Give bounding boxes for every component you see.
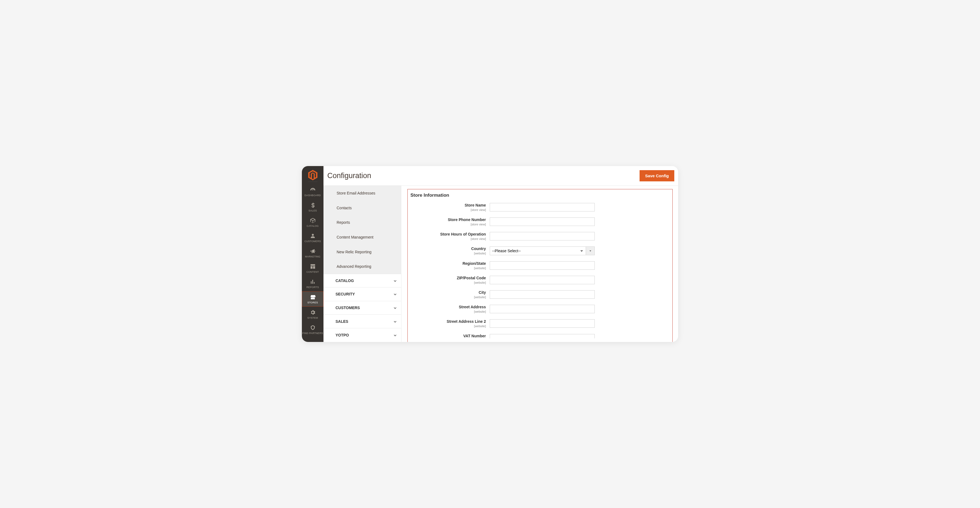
- scope-label: [website]: [474, 295, 486, 299]
- sidebar-section-sales[interactable]: SALES: [323, 315, 401, 328]
- row-street1: Street Address [website]: [408, 305, 672, 313]
- input-store-phone[interactable]: [490, 218, 595, 226]
- section-label: CUSTOMERS: [336, 306, 360, 310]
- input-store-name[interactable]: [490, 203, 595, 212]
- scope-label: [website]: [474, 252, 486, 255]
- label-store-hours: Store Hours of Operation: [440, 232, 486, 237]
- nav-label: DASHBOARD: [305, 194, 321, 197]
- row-store-phone: Store Phone Number [store view]: [408, 218, 672, 226]
- input-region-state[interactable]: [490, 261, 595, 270]
- chevron-down-icon: [393, 306, 397, 309]
- input-zip[interactable]: [490, 276, 595, 284]
- input-city[interactable]: [490, 290, 595, 299]
- nav-label: CONTENT: [307, 271, 319, 273]
- config-sidebar: Store Email Addresses Contacts Reports C…: [323, 186, 401, 342]
- sidebar-item-new-relic-reporting[interactable]: New Relic Reporting: [332, 245, 401, 260]
- scope-label: [store view]: [471, 208, 486, 212]
- sidebar-section-customers[interactable]: CUSTOMERS: [323, 301, 401, 315]
- partners-icon: [310, 325, 316, 331]
- input-vat[interactable]: [490, 334, 595, 338]
- scope-label: [website]: [474, 310, 486, 313]
- sidebar-section-security[interactable]: SECURITY: [323, 288, 401, 301]
- app-frame: DASHBOARD SALES CATALOG CUSTOMERS MARKET…: [302, 166, 678, 342]
- label-street1: Street Address: [459, 305, 486, 309]
- label-city: City: [479, 290, 486, 295]
- input-store-hours[interactable]: [490, 232, 595, 240]
- scope-label: [website]: [474, 325, 486, 328]
- svg-marker-0: [589, 250, 591, 252]
- admin-nav: DASHBOARD SALES CATALOG CUSTOMERS MARKET…: [302, 166, 323, 342]
- nav-content[interactable]: CONTENT: [302, 261, 323, 276]
- label-zip: ZIP/Postal Code: [457, 276, 486, 280]
- store-information-fieldset: Store Information Store Name [store view…: [407, 189, 673, 342]
- sidebar-item-store-email-addresses[interactable]: Store Email Addresses: [332, 186, 401, 201]
- row-store-name: Store Name [store view]: [408, 203, 672, 212]
- nav-divider: [308, 182, 317, 182]
- page-title: Configuration: [327, 172, 371, 180]
- section-label: YOTPO: [336, 333, 349, 337]
- sidebar-section-catalog[interactable]: CATALOG: [323, 274, 401, 288]
- layout-icon: [310, 263, 316, 269]
- bar-chart-icon: [310, 279, 316, 285]
- nav-dashboard[interactable]: DASHBOARD: [302, 184, 323, 199]
- row-country: Country [website] --Please Select--: [408, 247, 672, 255]
- nav-catalog[interactable]: CATALOG: [302, 215, 323, 230]
- nav-label: MARKETING: [305, 255, 320, 258]
- nav-system[interactable]: SYSTEM: [302, 307, 323, 322]
- label-region-state: Region/State: [462, 261, 486, 266]
- page-body: Store Email Addresses Contacts Reports C…: [323, 186, 678, 342]
- nav-reports[interactable]: REPORTS: [302, 276, 323, 291]
- scope-label: [website]: [474, 281, 486, 284]
- row-store-hours: Store Hours of Operation [store view]: [408, 232, 672, 240]
- sidebar-item-content-management[interactable]: Content Management: [332, 230, 401, 245]
- select-country[interactable]: --Please Select--: [490, 247, 586, 255]
- row-zip: ZIP/Postal Code [website]: [408, 276, 672, 284]
- row-city: City [website]: [408, 290, 672, 299]
- country-side-button[interactable]: [586, 247, 595, 255]
- storefront-icon: [310, 294, 316, 300]
- nav-label: SYSTEM: [307, 317, 318, 319]
- box-icon: [310, 218, 316, 223]
- scope-label: [website]: [474, 266, 486, 270]
- section-label: SECURITY: [336, 292, 355, 296]
- label-store-name: Store Name: [465, 203, 486, 208]
- nav-marketing[interactable]: MARKETING: [302, 245, 323, 261]
- nav-sales[interactable]: SALES: [302, 199, 323, 215]
- label-vat: VAT Number: [463, 334, 486, 338]
- row-street2: Street Address Line 2 [website]: [408, 319, 672, 328]
- nav-label: STORES: [307, 301, 318, 304]
- save-config-button[interactable]: Save Config: [640, 170, 674, 182]
- chevron-down-icon: [393, 333, 397, 337]
- sidebar-item-reports[interactable]: Reports: [332, 215, 401, 230]
- row-vat: VAT Number: [408, 334, 672, 339]
- dollar-icon: [310, 202, 316, 208]
- nav-label: CATALOG: [307, 225, 319, 227]
- nav-label: REPORTS: [307, 286, 319, 288]
- nav-find-partners[interactable]: FIND PARTNERS: [302, 322, 323, 334]
- nav-label: FIND PARTNERS: [302, 332, 323, 334]
- sidebar-item-contacts[interactable]: Contacts: [332, 201, 401, 215]
- person-icon: [310, 233, 316, 239]
- nav-label: CUSTOMERS: [304, 240, 321, 243]
- label-country: Country: [471, 247, 486, 251]
- gauge-icon: [310, 187, 316, 193]
- scope-label: [store view]: [471, 223, 486, 226]
- nav-stores[interactable]: STORES: [302, 291, 323, 307]
- nav-customers[interactable]: CUSTOMERS: [302, 230, 323, 245]
- chevron-down-icon: [393, 279, 397, 282]
- chevron-down-icon: [393, 293, 397, 296]
- main-panel: Store Information Store Name [store view…: [401, 186, 678, 342]
- input-street2[interactable]: [490, 319, 595, 328]
- fieldset-title: Store Information: [408, 191, 672, 203]
- input-street1[interactable]: [490, 305, 595, 313]
- section-label: CATALOG: [336, 279, 354, 283]
- sidebar-section-yotpo[interactable]: YOTPO: [323, 328, 401, 342]
- nav-label: SALES: [309, 209, 317, 212]
- page-right-column: Configuration Save Config Store Email Ad…: [323, 166, 678, 342]
- row-region-state: Region/State [website]: [408, 261, 672, 270]
- label-street2: Street Address Line 2: [447, 319, 486, 324]
- scope-label: [store view]: [471, 237, 486, 240]
- page-header: Configuration Save Config: [323, 166, 678, 186]
- label-store-phone: Store Phone Number: [448, 218, 486, 222]
- sidebar-item-advanced-reporting[interactable]: Advanced Reporting: [332, 259, 401, 274]
